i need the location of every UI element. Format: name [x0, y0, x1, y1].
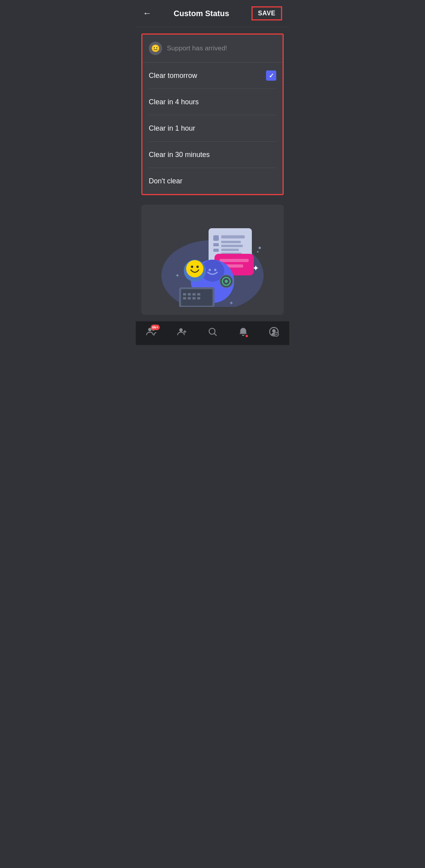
svg-point-24	[191, 266, 193, 268]
svg-text:✦: ✦	[253, 264, 259, 272]
svg-rect-2	[213, 235, 219, 241]
save-button[interactable]: SAVE	[251, 6, 282, 20]
clear-option-label: Clear in 1 hour	[149, 124, 195, 133]
svg-rect-3	[213, 243, 219, 246]
person-add-icon	[176, 326, 187, 337]
checkbox-clear-tomorrow[interactable]: ✓	[266, 70, 276, 81]
svg-point-20	[209, 269, 211, 271]
svg-rect-34	[192, 293, 196, 295]
svg-rect-33	[188, 293, 191, 295]
svg-rect-4	[213, 249, 219, 252]
clear-option-4-hours[interactable]: Clear in 4 hours	[149, 89, 276, 115]
checkmark-icon: ✓	[269, 72, 274, 79]
bottom-nav: 6k+	[136, 321, 289, 345]
svg-rect-8	[221, 249, 239, 251]
checkbox-clear-30-min[interactable]	[266, 150, 276, 160]
nav-item-notifications[interactable]	[238, 326, 249, 337]
clear-option-label: Clear tomorrow	[149, 72, 197, 80]
clear-option-label: Clear in 30 minutes	[149, 151, 210, 159]
svg-rect-37	[188, 297, 191, 299]
page-title: Custom Status	[174, 9, 229, 18]
svg-rect-32	[183, 293, 186, 295]
svg-rect-6	[221, 241, 241, 243]
emoji-icon: 😐	[151, 44, 160, 53]
svg-text:✦: ✦	[229, 300, 234, 306]
svg-rect-5	[221, 235, 245, 238]
svg-point-21	[214, 269, 216, 271]
nav-item-search[interactable]	[207, 326, 218, 337]
nav-item-profile[interactable]	[268, 326, 279, 337]
illustration: ✦ ✦ ✦	[153, 212, 272, 307]
clear-option-label: Clear in 4 hours	[149, 98, 199, 106]
header: ← Custom Status SAVE	[136, 0, 289, 27]
clear-option-label: Don't clear	[149, 177, 182, 185]
svg-rect-39	[197, 297, 200, 299]
main-card: 😐 Support has arrived! Clear tomorrow ✓ …	[141, 33, 284, 195]
clear-option-dont-clear[interactable]: Don't clear	[149, 168, 276, 194]
friends-badge: 6k+	[151, 325, 160, 330]
svg-point-44	[179, 328, 183, 332]
svg-rect-38	[192, 297, 196, 299]
profile-icon	[268, 326, 279, 337]
back-button[interactable]: ←	[143, 8, 152, 18]
svg-point-11	[259, 247, 261, 249]
svg-point-12	[257, 251, 259, 253]
nav-item-friends[interactable]: 6k+	[146, 326, 157, 337]
clear-option-1-hour[interactable]: Clear in 1 hour	[149, 115, 276, 142]
clear-options-list: Clear tomorrow ✓ Clear in 4 hours Clear …	[142, 63, 283, 194]
svg-rect-35	[197, 293, 200, 295]
clear-option-tomorrow[interactable]: Clear tomorrow ✓	[149, 63, 276, 89]
clear-option-30-min[interactable]: Clear in 30 minutes	[149, 142, 276, 168]
svg-rect-14	[220, 259, 249, 262]
checkbox-clear-4-hours[interactable]	[266, 97, 276, 107]
checkbox-dont-clear[interactable]	[266, 176, 276, 186]
svg-point-23	[186, 260, 203, 277]
svg-point-28	[225, 280, 228, 283]
notification-dot	[245, 334, 249, 338]
svg-rect-36	[183, 297, 186, 299]
svg-text:✦: ✦	[175, 272, 180, 279]
emoji-picker-button[interactable]: 😐	[149, 42, 162, 55]
checkbox-clear-1-hour[interactable]	[266, 123, 276, 133]
nav-item-find-friends[interactable]	[176, 326, 187, 337]
svg-rect-7	[221, 245, 243, 247]
search-icon	[207, 326, 218, 337]
status-input-row[interactable]: 😐 Support has arrived!	[142, 35, 283, 63]
illustration-container: ✦ ✦ ✦	[141, 205, 284, 315]
svg-point-47	[272, 329, 276, 333]
svg-point-25	[196, 266, 199, 268]
status-input-placeholder[interactable]: Support has arrived!	[167, 44, 227, 52]
